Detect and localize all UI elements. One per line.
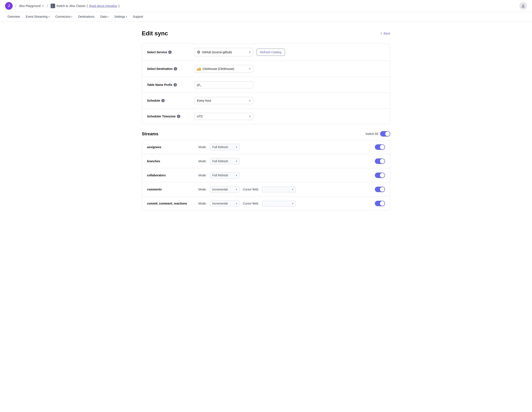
service-row: Select Service i ⚙ GitHub (source-github… [142,44,390,61]
service-select-inner: ⚙ GitHub (source-github) [197,50,247,55]
cursor-select[interactable]: ▾ [262,201,296,206]
timezone-label: Scheduler Timezone i [147,115,189,118]
open-paren: ( [87,4,88,8]
schedule-field-area: Every hour ▾ [194,97,385,104]
mode-select[interactable]: Full Refresh ▾ [210,158,239,164]
table-prefix-info-icon[interactable]: i [173,83,177,86]
timezone-field-area: UTC ▾ [194,113,385,120]
main-content: Edit sync Back Select Service i ⚙ GitHub… [129,22,403,219]
streams-title: Streams [142,131,158,136]
page-header: Edit sync Back [142,30,390,37]
cursor-chevron-icon: ▾ [292,188,293,191]
schedule-label: Schedule i [147,99,189,102]
streams-header: Streams Switch All [142,131,390,137]
stream-row: assignees Mode: Full Refresh ▾ [142,140,390,154]
settings-chevron-icon: ▾ [126,16,127,18]
stream-controls: Mode: Full Refresh ▾ [198,158,370,164]
mode-label: Mode: [198,202,207,205]
timezone-row: Scheduler Timezone i UTC ▾ [142,109,390,124]
refresh-catalog-button[interactable]: Refresh Catalog [256,49,285,56]
nav-item-data[interactable]: Data ▾ [98,12,111,22]
mode-select[interactable]: Incremental ▾ [210,200,239,207]
stream-toggle[interactable] [375,201,385,206]
svg-text:J: J [52,5,53,7]
main-nav: Overview Event Streaming ▾ Connectors ▾ … [0,12,532,22]
table-prefix-row: Table Name Prefix i [142,77,390,93]
destination-label: Select Destination i [147,67,189,71]
stream-row: comments Mode: Incremental ▾ Cursor fiel… [142,183,390,197]
nav-item-connectors[interactable]: Connectors ▾ [53,12,75,22]
stream-toggle-thumb [380,159,385,164]
mode-label: Mode: [198,174,207,177]
schedule-select-inner: Every hour [197,99,247,102]
destination-chevron-icon: ▾ [249,67,250,70]
connectors-chevron-icon: ▾ [71,16,72,18]
classic-switcher: J Switch to Jitsu Classic ( Read about m… [51,4,120,8]
migration-link[interactable]: Read about migration [89,4,117,8]
stream-name: commit_comment_reactions [147,202,193,205]
destination-info-icon[interactable]: i [174,67,177,71]
mode-select[interactable]: Incremental ▾ [210,186,239,192]
workspace-selector[interactable]: Jitsu Playground [19,4,44,8]
table-prefix-input[interactable] [194,81,253,88]
service-select[interactable]: ⚙ GitHub (source-github) ▾ [194,48,253,56]
service-chevron-icon: ▾ [249,51,250,54]
stream-toggle[interactable] [375,144,385,150]
clickhouse-icon [197,67,201,71]
user-avatar[interactable] [519,2,527,10]
stream-toggle[interactable] [375,158,385,164]
page-title: Edit sync [142,30,168,37]
cursor-label: Cursor field: [243,188,259,191]
nav-item-destinations[interactable]: Destinations [76,12,97,22]
cursor-select[interactable]: ▾ [262,187,296,192]
schedule-select[interactable]: Every hour ▾ [194,97,253,104]
mode-chevron-icon: ▾ [236,188,237,191]
stream-name: collaborators [147,174,193,177]
stream-toggle[interactable] [375,187,385,192]
cursor-chevron-icon: ▾ [292,202,293,205]
stream-toggle-thumb [380,201,385,206]
nav-item-overview[interactable]: Overview [5,12,22,22]
switch-all-area: Switch All [365,131,390,137]
stream-toggle-thumb [380,145,385,149]
stream-controls: Mode: Full Refresh ▾ [198,172,370,178]
stream-toggle[interactable] [375,173,385,178]
mode-select[interactable]: Full Refresh ▾ [210,172,239,178]
switch-all-toggle-thumb [385,131,390,136]
nav-item-support[interactable]: Support [130,12,146,22]
mode-chevron-icon: ▾ [236,160,237,163]
stream-name: assignees [147,145,193,149]
back-button[interactable]: Back [380,32,390,35]
workspace-chevron-icon [41,4,44,7]
table-prefix-label: Table Name Prefix i [147,83,189,86]
nav-item-event-streaming[interactable]: Event Streaming ▾ [23,12,52,22]
timezone-chevron-icon: ▾ [249,115,250,118]
schedule-row: Schedule i Every hour ▾ [142,93,390,109]
timezone-select[interactable]: UTC ▾ [194,113,253,120]
destination-row: Select Destination i Clickhouse (Clickho… [142,61,390,77]
destination-select-inner: Clickhouse (Clickhouse) [197,67,247,71]
table-prefix-field-area [194,81,385,88]
close-paren: ) [119,4,120,8]
mode-chevron-icon: ▾ [236,174,237,177]
stream-name: comments [147,188,193,191]
event-streaming-chevron-icon: ▾ [48,16,49,18]
mode-select[interactable]: Full Refresh ▾ [210,144,239,150]
schedule-chevron-icon: ▾ [249,99,250,102]
data-chevron-icon: ▾ [107,16,108,18]
stream-toggle-thumb [380,187,385,192]
switch-all-toggle[interactable] [380,131,390,137]
separator-1: / [15,4,16,8]
destination-select[interactable]: Clickhouse (Clickhouse) ▾ [194,65,253,73]
timezone-info-icon[interactable]: i [177,115,180,118]
stream-controls: Mode: Full Refresh ▾ [198,144,370,150]
streams-list: assignees Mode: Full Refresh ▾ branches … [142,140,390,211]
schedule-info-icon[interactable]: i [161,99,165,102]
nav-item-settings[interactable]: Settings ▾ [112,12,130,22]
service-info-icon[interactable]: i [168,51,172,54]
topbar: J / Jitsu Playground / J Switch to Jitsu… [0,0,532,12]
mode-chevron-icon: ▾ [236,202,237,205]
stream-name: branches [147,159,193,163]
logo[interactable]: J [5,2,13,10]
destination-field-area: Clickhouse (Clickhouse) ▾ [194,65,385,73]
